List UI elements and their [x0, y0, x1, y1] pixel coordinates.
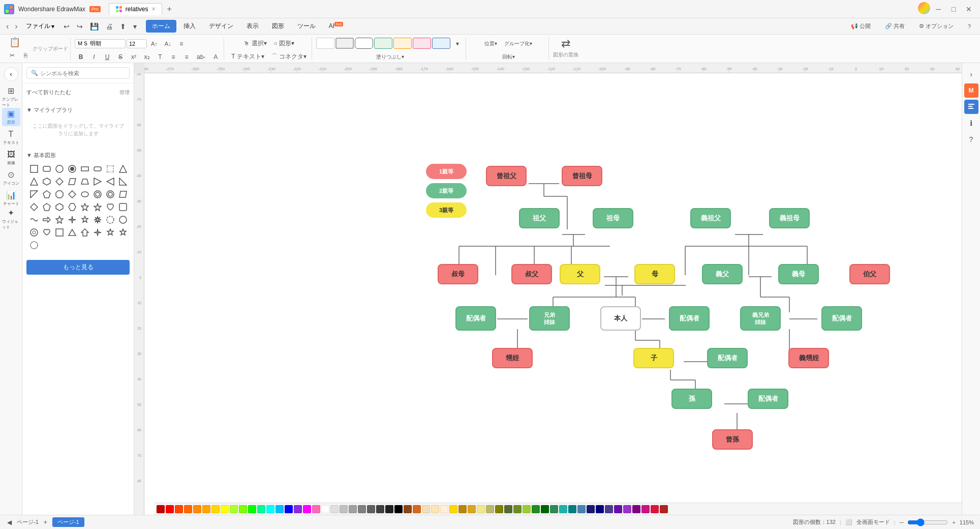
- color-swatch[interactable]: [449, 505, 457, 513]
- subscript-btn[interactable]: x₂: [141, 51, 153, 63]
- shape-parallelogram[interactable]: [67, 176, 78, 187]
- shape-circle-filled[interactable]: [67, 163, 78, 174]
- tab-close-btn[interactable]: ✕: [151, 6, 156, 12]
- color-swatch[interactable]: [477, 505, 485, 513]
- abc-btn[interactable]: ab-: [194, 51, 208, 63]
- color-swatch[interactable]: [239, 505, 247, 513]
- style-box-1[interactable]: [316, 38, 334, 49]
- color-swatch[interactable]: [202, 505, 210, 513]
- shape-heart2[interactable]: [41, 227, 52, 238]
- style-box-5[interactable]: [393, 38, 412, 49]
- export-btn[interactable]: ⬆: [117, 21, 129, 32]
- print-btn[interactable]: 🖨: [103, 21, 116, 32]
- zoom-out-btn[interactable]: ─: [900, 519, 904, 525]
- shape-heart[interactable]: [105, 201, 116, 213]
- color-swatch[interactable]: [523, 505, 531, 513]
- nav-chart[interactable]: 📊 チャート: [2, 189, 20, 208]
- shape-trapezoid[interactable]: [79, 176, 90, 187]
- color-swatch[interactable]: [330, 505, 339, 513]
- color-swatch[interactable]: [303, 505, 311, 513]
- node-ojisan[interactable]: 叔父: [511, 264, 552, 284]
- shape-ring[interactable]: [92, 189, 103, 200]
- node-gisobo[interactable]: 義祖母: [769, 208, 810, 228]
- select-tool-btn[interactable]: 🖱 選択▾: [240, 38, 269, 50]
- tab-shapes[interactable]: 図形: [266, 20, 290, 33]
- shape-tri5[interactable]: [67, 227, 78, 238]
- color-swatch[interactable]: [266, 505, 274, 513]
- node-kyodai[interactable]: 兄弟姉妹: [529, 306, 570, 331]
- color-swatch[interactable]: [504, 505, 512, 513]
- color-swatch[interactable]: [596, 505, 604, 513]
- color-swatch[interactable]: [614, 505, 622, 513]
- color-swatch[interactable]: [321, 505, 329, 513]
- color-swatch[interactable]: [660, 505, 668, 513]
- shape-rect-small[interactable]: [79, 163, 90, 174]
- color-swatch[interactable]: [513, 505, 522, 513]
- color-swatch[interactable]: [431, 505, 439, 513]
- more-menu-btn[interactable]: ▾: [130, 21, 140, 32]
- node-meko[interactable]: 甥姪: [492, 348, 533, 368]
- legend-3rd[interactable]: 3親等: [426, 202, 467, 218]
- increase-font-btn[interactable]: A↑: [148, 38, 161, 50]
- color-swatch[interactable]: [285, 505, 293, 513]
- diagram-canvas[interactable]: 1親等 2親等 3親等 曾祖父 曾祖母 祖父 祖母 義祖父 義祖母 叔母 叔父: [144, 73, 962, 515]
- publish-btn[interactable]: 📢 公開: [846, 20, 876, 32]
- color-swatch[interactable]: [495, 505, 503, 513]
- node-honin[interactable]: 本人: [600, 306, 641, 331]
- color-swatch[interactable]: [541, 505, 549, 513]
- tab-design[interactable]: デザイン: [203, 20, 239, 33]
- nav-widget[interactable]: ✦ ウィジェット: [2, 210, 20, 228]
- shape-wave[interactable]: [28, 214, 40, 225]
- page-add-btn[interactable]: +: [43, 518, 48, 527]
- color-swatch[interactable]: [367, 505, 375, 513]
- color-swatch[interactable]: [312, 505, 320, 513]
- page-tab[interactable]: ページ-1: [52, 517, 84, 527]
- node-sobo[interactable]: 祖母: [593, 208, 633, 228]
- shape-arrow2[interactable]: [79, 227, 90, 238]
- shape-star8[interactable]: [105, 227, 116, 238]
- close-btn[interactable]: ✕: [962, 2, 976, 16]
- color-swatch[interactable]: [559, 505, 567, 513]
- color-swatch[interactable]: [211, 505, 220, 513]
- list2-btn[interactable]: ≡: [180, 51, 193, 63]
- shape-star6[interactable]: [92, 214, 103, 225]
- group-btn[interactable]: グループ化▾: [501, 38, 535, 50]
- replace-btn[interactable]: ⇄: [558, 38, 573, 50]
- style-box-3[interactable]: [355, 38, 373, 49]
- color-swatch[interactable]: [248, 505, 256, 513]
- share-btn[interactable]: 🔗 共有: [880, 20, 910, 32]
- shape-ring2[interactable]: [105, 189, 116, 200]
- position-btn[interactable]: 位置▾: [481, 38, 500, 50]
- shape-rect2[interactable]: [54, 227, 65, 238]
- view-mode-icon[interactable]: ⬜: [845, 519, 852, 525]
- shape-parallelogram2[interactable]: [117, 189, 129, 200]
- node-chichi[interactable]: 父: [560, 264, 600, 284]
- node-soso[interactable]: 曾祖父: [486, 166, 527, 186]
- shape-kite[interactable]: [28, 201, 40, 213]
- color-swatch[interactable]: [157, 505, 165, 513]
- color-swatch[interactable]: [340, 505, 348, 513]
- canvas-area[interactable]: // ruler marks rendered via JS below -28…: [134, 63, 962, 515]
- align-btn[interactable]: ≡: [175, 38, 188, 50]
- my-library-header[interactable]: ▼ マイライブラリ: [26, 104, 130, 116]
- color-swatch[interactable]: [166, 505, 174, 513]
- forward-btn[interactable]: ›: [13, 20, 19, 33]
- color-swatch[interactable]: [349, 505, 357, 513]
- underline-btn[interactable]: U: [101, 51, 113, 63]
- color-swatch[interactable]: [275, 505, 284, 513]
- color-swatch[interactable]: [358, 505, 366, 513]
- active-tab[interactable]: relatives ✕: [109, 3, 162, 15]
- nav-template[interactable]: ⊞ テンプレート: [2, 87, 20, 106]
- basic-shapes-header[interactable]: ▼ 基本図形: [26, 150, 130, 161]
- nav-text[interactable]: T テキスト: [2, 128, 20, 146]
- right-nav-help[interactable]: ?: [964, 132, 978, 146]
- bold-btn[interactable]: B: [75, 51, 87, 63]
- shape-hexagon2[interactable]: [54, 201, 65, 213]
- page-back-btn[interactable]: ◀: [6, 518, 13, 527]
- collapse-all-btn[interactable]: すべて折りたたむ 管理: [26, 86, 130, 98]
- node-ojii[interactable]: 伯父: [849, 264, 890, 284]
- color-swatch[interactable]: [458, 505, 467, 513]
- tab-view[interactable]: 表示: [240, 20, 265, 33]
- shape-pentagon2[interactable]: [41, 201, 52, 213]
- shape-ellipse-outline[interactable]: [79, 189, 90, 200]
